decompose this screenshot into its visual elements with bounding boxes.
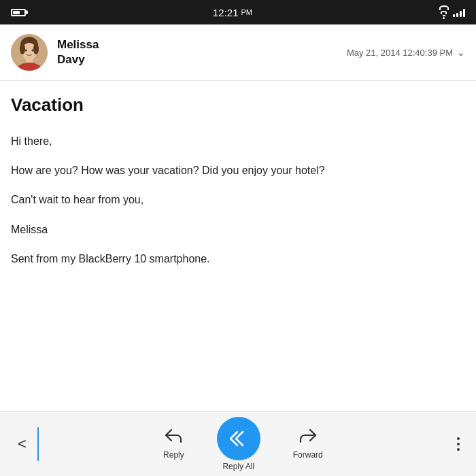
reply-icon xyxy=(165,428,182,447)
reply-all-button[interactable]: Reply All xyxy=(203,417,274,471)
status-bar-time: 12:21 PM xyxy=(213,7,252,18)
body-closing-line1: Can't wait to hear from you, xyxy=(11,190,465,209)
sender-last-name: Davy xyxy=(57,52,347,67)
body-question: How are you? How was your vacation? Did … xyxy=(11,161,465,180)
forward-button[interactable]: Forward xyxy=(274,423,342,465)
status-bar-right xyxy=(439,5,465,19)
email-date: May 21, 2014 12:40:39 PM xyxy=(347,48,453,58)
body-greeting: Hi there, xyxy=(11,132,465,150)
email-header: Melissa Davy May 21, 2014 12:40:39 PM ⌄ xyxy=(0,24,476,81)
email-subject: Vacation xyxy=(11,95,465,116)
reply-label: Reply xyxy=(163,450,184,460)
email-content: Vacation Hi there, How are you? How was … xyxy=(0,81,476,360)
email-body: Hi there, How are you? How was your vaca… xyxy=(11,132,465,268)
status-bar: 12:21 PM xyxy=(0,0,476,24)
sender-first-name: Melissa xyxy=(57,37,347,52)
reply-button[interactable]: Reply xyxy=(144,423,203,465)
body-signature: Sent from my BlackBerry 10 smartphone. xyxy=(11,250,465,268)
forward-icon xyxy=(299,428,317,447)
bottom-actions-group: Reply Reply All Forward xyxy=(39,417,447,471)
svg-point-8 xyxy=(33,44,39,54)
sender-info: Melissa Davy xyxy=(57,37,347,67)
wifi-icon xyxy=(439,5,449,19)
more-dots-icon xyxy=(457,437,460,451)
time-display: 12:21 xyxy=(213,7,239,18)
time-ampm: PM xyxy=(241,8,253,16)
svg-point-7 xyxy=(20,44,25,54)
bottom-action-bar: < Reply Reply All xyxy=(0,411,476,476)
reply-all-circle xyxy=(217,417,260,460)
battery-icon xyxy=(11,9,26,16)
forward-label: Forward xyxy=(293,450,323,460)
reply-all-label: Reply All xyxy=(222,462,254,471)
chevron-down-icon[interactable]: ⌄ xyxy=(457,47,465,58)
date-area: May 21, 2014 12:40:39 PM ⌄ xyxy=(347,47,465,58)
body-closing-name: Melissa xyxy=(11,220,465,239)
nav-back-button[interactable]: < xyxy=(7,428,37,460)
back-arrow-icon: < xyxy=(18,435,27,453)
avatar xyxy=(11,34,48,71)
more-options-button[interactable] xyxy=(447,430,469,458)
signal-icon xyxy=(453,7,465,17)
status-bar-left xyxy=(11,9,26,16)
